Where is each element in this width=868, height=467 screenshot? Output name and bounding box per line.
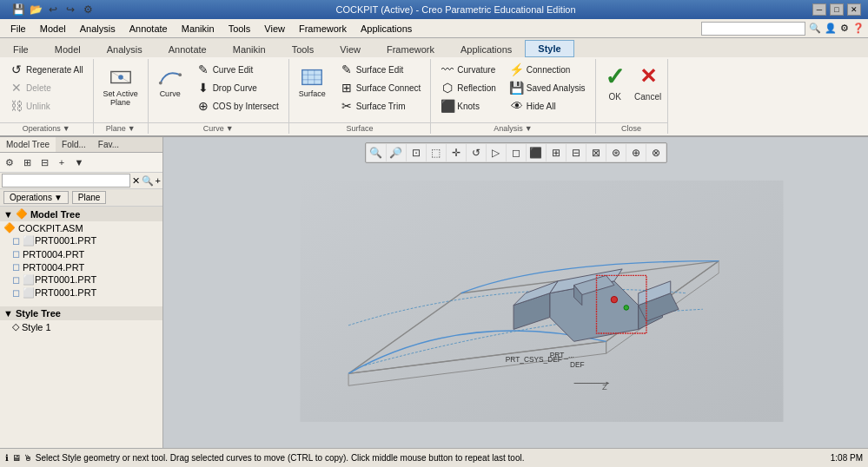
maximize-button[interactable]: □ xyxy=(830,3,844,16)
drop-curve-button[interactable]: ⬇ Drop Curve xyxy=(192,79,283,96)
panel-tab-fav[interactable]: Fav... xyxy=(92,137,125,152)
reflection-button[interactable]: ⬡ Reflection xyxy=(436,79,500,96)
tree-add-button[interactable]: + xyxy=(54,155,70,170)
saved-analysis-button[interactable]: 💾 Saved Analysis xyxy=(506,79,590,96)
operations-chevron: ▼ xyxy=(63,124,70,133)
ok-button[interactable]: ✓ xyxy=(600,61,631,92)
vp-orient2[interactable]: ◻ xyxy=(507,144,526,161)
analysis-label-group[interactable]: Analysis ▼ xyxy=(431,122,594,134)
group-close: ✓ OK ✕ Cancel Close xyxy=(596,59,668,134)
curvature-button[interactable]: 〰 Curvature xyxy=(436,61,500,78)
menu-framework[interactable]: Framework xyxy=(292,19,354,37)
panel-tab-fold[interactable]: Fold... xyxy=(56,137,92,152)
surface-connect-button[interactable]: ⊞ Surface Connect xyxy=(335,79,426,96)
tab-annotate[interactable]: Annotate xyxy=(156,40,220,57)
tab-manikin[interactable]: Manikin xyxy=(220,40,279,57)
qa-settings[interactable]: ⚙ xyxy=(80,2,96,17)
vp-edges[interactable]: ⊠ xyxy=(586,144,606,161)
surface-label-group[interactable]: Surface xyxy=(289,122,431,134)
menu-view[interactable]: View xyxy=(257,19,292,37)
cancel-button[interactable]: ✕ xyxy=(633,61,664,92)
viewport[interactable]: 🔍 🔎 ⊡ ⬚ ✛ ↺ ▷ ◻ ⬛ ⊞ ⊟ ⊠ ⊛ ⊕ ⊗ xyxy=(163,137,868,448)
delete-button[interactable]: ✕ Delete xyxy=(5,79,88,96)
set-active-plane-button[interactable]: Set ActivePlane xyxy=(97,61,144,111)
vp-axis[interactable]: ⊗ xyxy=(646,144,666,161)
part5-icon: ◻ xyxy=(12,287,20,299)
tree-item-prt0004-1[interactable]: ◻ PRT0004.PRT xyxy=(0,247,162,260)
svg-text:PRT_CSYS_DEF: PRT_CSYS_DEF xyxy=(506,355,562,364)
vp-shading[interactable]: ⬛ xyxy=(527,144,546,161)
menu-model[interactable]: Model xyxy=(33,19,73,37)
vp-section[interactable]: ⊛ xyxy=(606,144,626,161)
part2-icon: ◻ xyxy=(12,248,20,260)
surface-trim-button[interactable]: ✂ Surface Trim xyxy=(335,97,426,115)
panel-tab-model-tree[interactable]: Model Tree xyxy=(0,137,56,152)
connection-button[interactable]: ⚡ Connection xyxy=(506,61,590,78)
vp-orient1[interactable]: ▷ xyxy=(487,144,506,161)
vp-zoom-area[interactable]: ⬚ xyxy=(427,144,446,161)
search-input[interactable] xyxy=(701,22,805,36)
qa-save[interactable]: 💾 xyxy=(10,2,26,17)
tab-file[interactable]: File xyxy=(0,40,42,57)
regenerate-all-button[interactable]: ↺ Regenerate All xyxy=(5,61,88,78)
curve-label-group[interactable]: Curve ▼ xyxy=(149,122,288,134)
close-label-group[interactable]: Close xyxy=(596,122,667,134)
surface-trim-icon: ✂ xyxy=(340,99,354,113)
qa-undo[interactable]: ↩ xyxy=(45,2,61,17)
surface-edit-button[interactable]: ✎ Surface Edit xyxy=(335,61,426,78)
menu-annotate[interactable]: Annotate xyxy=(123,19,175,37)
tab-analysis[interactable]: Analysis xyxy=(94,40,156,57)
vp-pan[interactable]: ✛ xyxy=(447,144,466,161)
curve-edit-button[interactable]: ✎ Curve Edit xyxy=(192,61,283,78)
model-tree-header[interactable]: ▼ 🔶 Model Tree xyxy=(0,207,162,221)
tab-style[interactable]: Style xyxy=(525,40,573,57)
close-button[interactable]: ✕ xyxy=(847,3,861,16)
group-plane: Set ActivePlane Plane ▼ xyxy=(94,59,149,134)
curve-button[interactable]: Curve xyxy=(152,61,189,102)
menu-file[interactable]: File xyxy=(3,19,33,37)
vp-rotate[interactable]: ↺ xyxy=(467,144,486,161)
tree-item-style1[interactable]: ◇ Style 1 xyxy=(0,320,162,333)
cos-by-intersect-button[interactable]: ⊕ COS by Intersect xyxy=(192,97,283,115)
operations-dropdown[interactable]: Operations ▼ xyxy=(3,191,69,204)
operations-col: ↺ Regenerate All ✕ Delete ⛓ Unlink xyxy=(3,61,89,115)
operations-label[interactable]: Operations ▼ xyxy=(0,122,93,134)
vp-hidden[interactable]: ⊟ xyxy=(567,144,586,161)
tree-search-input[interactable] xyxy=(2,174,130,187)
qa-redo[interactable]: ↪ xyxy=(63,2,78,17)
tab-view[interactable]: View xyxy=(327,40,374,57)
vp-fit[interactable]: ⊡ xyxy=(407,144,426,161)
menu-manikin[interactable]: Manikin xyxy=(175,19,222,37)
plane-label[interactable]: Plane ▼ xyxy=(94,122,148,134)
tree-item-prt0001-2[interactable]: ◻ ⬜PRT0001.PRT xyxy=(0,273,162,286)
vp-wireframe[interactable]: ⊞ xyxy=(547,144,566,161)
tree-item-prt0001-3[interactable]: ◻ ⬜PRT0001.PRT xyxy=(0,286,162,299)
tree-expand-button[interactable]: ⊞ xyxy=(19,155,35,170)
menu-analysis[interactable]: Analysis xyxy=(73,19,123,37)
tab-framework[interactable]: Framework xyxy=(374,40,447,57)
tree-settings-button[interactable]: ⚙ xyxy=(2,155,17,170)
tree-collapse-button[interactable]: ⊟ xyxy=(36,155,52,170)
surface-button[interactable]: Surface xyxy=(293,61,332,102)
main-area: Model Tree Fold... Fav... ⚙ ⊞ ⊟ + ▼ ✕ 🔍 … xyxy=(0,137,868,448)
style-tree-header[interactable]: ▼ Style Tree xyxy=(0,306,162,320)
qa-open[interactable]: 📂 xyxy=(28,2,43,17)
vp-zoom-out[interactable]: 🔎 xyxy=(387,144,406,161)
connection-icon: ⚡ xyxy=(510,62,524,76)
tab-tools[interactable]: Tools xyxy=(279,40,328,57)
tab-model[interactable]: Model xyxy=(42,40,94,57)
menu-tools[interactable]: Tools xyxy=(222,19,258,37)
minimize-button[interactable]: ─ xyxy=(812,3,826,16)
tree-item-prt0001-1[interactable]: ◻ ⬜PRT0001.PRT xyxy=(0,234,162,247)
vp-zoom-in[interactable]: 🔍 xyxy=(367,144,386,161)
vp-datum[interactable]: ⊕ xyxy=(626,144,646,161)
unlink-button[interactable]: ⛓ Unlink xyxy=(5,97,88,115)
hide-all-button[interactable]: 👁 Hide All xyxy=(506,97,590,115)
tree-filter-button[interactable]: ▼ xyxy=(71,155,87,170)
menu-applications[interactable]: Applications xyxy=(354,19,419,37)
knots-button[interactable]: ⬛ Knots xyxy=(436,97,500,115)
tree-item-cockpit-asm[interactable]: 🔶 COCKPIT.ASM xyxy=(0,221,162,234)
tree-item-prt0004-2[interactable]: ◻ PRT0004.PRT xyxy=(0,260,162,273)
plane-dropdown[interactable]: Plane xyxy=(72,191,107,204)
tab-applications[interactable]: Applications xyxy=(447,40,525,57)
